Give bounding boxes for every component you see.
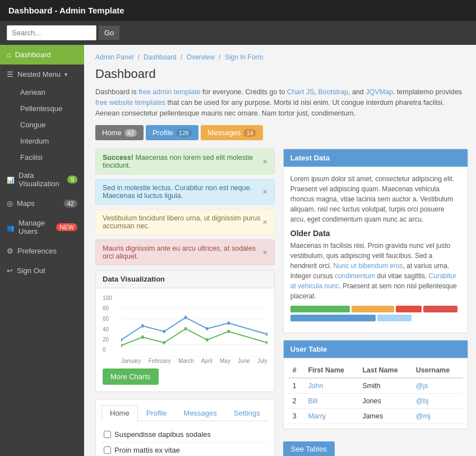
- sidebar: Dashboard Nested Menu Aenean Pellentesqu…: [0, 45, 84, 456]
- alert-success: Success! Maecenas non lorem sed elit mol…: [95, 149, 275, 174]
- sidebar-label-aenean: Aenean: [20, 88, 45, 96]
- col-num: #: [288, 363, 304, 378]
- svg-point-15: [163, 341, 165, 344]
- user-link-marry[interactable]: Marry: [308, 412, 326, 420]
- inner-tab-profile[interactable]: Profile: [138, 405, 175, 421]
- search-input[interactable]: [7, 25, 96, 40]
- sidebar-label-dashboard: Dashboard: [15, 50, 51, 59]
- chart-icon: [7, 176, 15, 184]
- checkbox-label-1: Suspendisse dapibus sodales: [114, 430, 211, 439]
- manage-users-badge: NEW: [56, 223, 77, 231]
- breadcrumb-dashboard[interactable]: Dashboard: [144, 53, 177, 61]
- progress-bars-row2: [290, 315, 461, 321]
- breadcrumb: Admin Panel / Dashboard / Overview / Sig…: [95, 53, 468, 61]
- user-link-bill[interactable]: Bill: [308, 397, 317, 405]
- user-link-bj[interactable]: @bj: [416, 397, 428, 405]
- svg-point-7: [141, 324, 144, 328]
- breadcrumb-admin[interactable]: Admin Panel: [95, 53, 133, 61]
- older-data-title: Older Data: [290, 229, 461, 238]
- data-viz-badge: 9: [67, 176, 77, 183]
- home-icon: [7, 50, 11, 59]
- user-link-john[interactable]: John: [308, 382, 323, 390]
- user-link-mj[interactable]: @mj: [416, 412, 431, 420]
- svg-point-11: [227, 321, 230, 325]
- sidebar-item-sign-out[interactable]: Sign Out: [0, 261, 84, 280]
- content-grid: Success! Maecenas non lorem sed elit mol…: [95, 149, 468, 456]
- sidebar-item-aenean[interactable]: Aenean: [16, 84, 84, 100]
- tab-messages[interactable]: Messages 14: [201, 125, 263, 140]
- col-last-name: Last Name: [358, 363, 411, 378]
- see-tables-button[interactable]: See Tables: [283, 441, 335, 456]
- alert-info-close[interactable]: ×: [263, 187, 267, 196]
- sidebar-item-pellentesque[interactable]: Pellentesque: [16, 100, 84, 117]
- older-data-link-2[interactable]: condimentum: [335, 272, 375, 280]
- latest-data-text: Lorem ipsum dolor sit amet, consectetur …: [290, 174, 461, 224]
- tab-profile[interactable]: Profile 126: [146, 125, 198, 140]
- inner-tab-settings[interactable]: Settings: [225, 405, 269, 421]
- svg-point-17: [206, 338, 209, 342]
- main-content: Admin Panel / Dashboard / Overview / Sig…: [84, 45, 476, 456]
- search-go-button[interactable]: Go: [99, 26, 119, 40]
- svg-point-12: [266, 333, 267, 336]
- latest-data-header: Latest Data: [284, 149, 468, 167]
- more-charts-button[interactable]: More Charts: [103, 369, 159, 385]
- checkbox-label-2: Proin mattis ex vitae: [114, 446, 180, 454]
- alert-warning-close[interactable]: ×: [263, 218, 267, 227]
- sidebar-label-preferences: Preferences: [17, 247, 57, 255]
- inner-tab-messages[interactable]: Messages: [175, 405, 225, 421]
- sidebar-item-maps[interactable]: Maps 42: [0, 194, 84, 213]
- users-icon: [7, 223, 15, 232]
- intro-link-free-template[interactable]: free admin template: [138, 88, 200, 96]
- progress-seg-3: [396, 306, 422, 312]
- sidebar-item-dashboard[interactable]: Dashboard: [0, 45, 84, 65]
- checkbox-2[interactable]: [104, 446, 111, 454]
- sidebar-label-manage-users: Manage Users: [19, 219, 52, 236]
- sidebar-item-congue[interactable]: Congue: [16, 117, 84, 133]
- inner-tabs-body: Home Profile Messages Settings Suspendis…: [96, 399, 274, 456]
- intro-link-bootstrap[interactable]: Bootstrap: [318, 88, 348, 96]
- sidebar-item-interdum[interactable]: Interdum: [16, 133, 84, 149]
- progress-seg-1: [290, 306, 350, 312]
- breadcrumb-overview[interactable]: Overview: [187, 53, 215, 61]
- alert-danger-close[interactable]: ×: [263, 248, 267, 257]
- sidebar-item-facilisi[interactable]: Facilisi: [16, 149, 84, 165]
- checkbox-list: Suspendisse dapibus sodales Proin mattis…: [101, 427, 269, 456]
- latest-data-card: Latest Data Lorem ipsum dolor sit amet, …: [283, 149, 468, 333]
- sidebar-item-data-viz[interactable]: Data Visualization 9: [0, 165, 84, 194]
- user-link-js[interactable]: @js: [416, 382, 428, 390]
- map-icon: [7, 199, 13, 208]
- svg-point-9: [184, 316, 187, 319]
- layout: Dashboard Nested Menu Aenean Pellentesqu…: [0, 45, 476, 456]
- chart-x-labels: January February March April May June Ju…: [121, 358, 267, 364]
- older-data-link-1[interactable]: Nunc ut bibendum eros: [333, 262, 403, 270]
- tab-profile-badge: 126: [176, 129, 192, 137]
- breadcrumb-signin[interactable]: Sign In Form: [225, 53, 264, 61]
- col-username: Username: [412, 363, 463, 378]
- sidebar-item-preferences[interactable]: Preferences: [0, 241, 84, 261]
- sidebar-label-maps: Maps: [17, 199, 35, 208]
- data-viz-card-body: 100 80 60 40 20 0: [96, 288, 274, 391]
- sidebar-label-interdum: Interdum: [20, 137, 49, 145]
- sidebar-label-facilisi: Facilisi: [20, 153, 43, 162]
- inner-tab-list: Home Profile Messages Settings: [101, 405, 269, 421]
- progress-seg-6: [377, 315, 412, 321]
- sidebar-submenu: Aenean Pellentesque Congue Interdum Faci…: [0, 84, 84, 165]
- alert-success-close[interactable]: ×: [263, 157, 267, 166]
- line-chart: [121, 295, 267, 357]
- topbar: Dashboard - Admin Template: [0, 0, 476, 21]
- searchbar: Go: [0, 21, 476, 45]
- progress-seg-2: [352, 306, 394, 312]
- intro-link-jqvmap[interactable]: JQVMap: [366, 88, 393, 96]
- intro-link-free-website[interactable]: free website templates: [95, 99, 165, 107]
- tab-messages-badge: 14: [243, 129, 256, 137]
- sidebar-label-pellentesque: Pellentesque: [20, 104, 62, 113]
- intro-link-chartjs[interactable]: Chart JS: [287, 88, 315, 96]
- sidebar-item-manage-users[interactable]: Manage Users NEW: [0, 213, 84, 241]
- tab-home[interactable]: Home 42: [95, 125, 144, 140]
- svg-point-16: [184, 327, 187, 330]
- inner-tab-home[interactable]: Home: [101, 405, 138, 421]
- user-table-card: User Table # First Name Last Name Userna…: [283, 340, 468, 429]
- sidebar-item-nested-menu[interactable]: Nested Menu: [0, 65, 84, 84]
- sidebar-label-nested-menu: Nested Menu: [17, 70, 61, 79]
- checkbox-1[interactable]: [104, 431, 111, 438]
